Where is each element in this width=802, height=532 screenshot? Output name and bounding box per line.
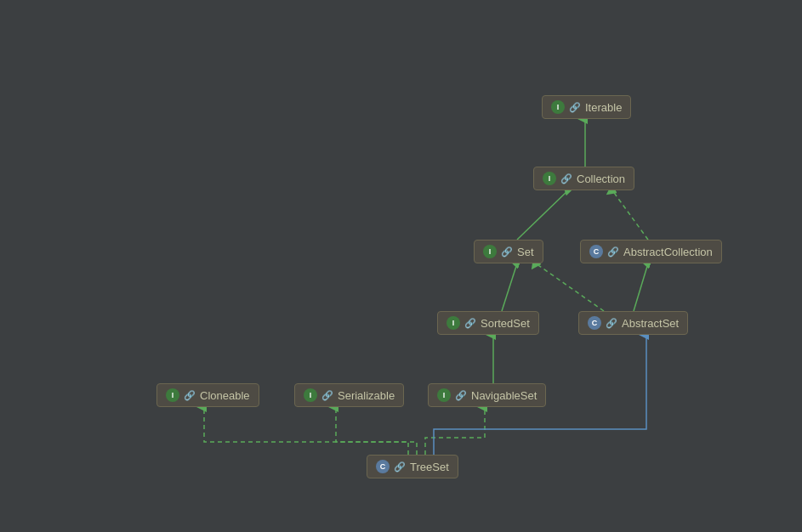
badge-sorted-set: I [447, 316, 460, 330]
badge-abstract-set: C [588, 316, 601, 330]
link-icon-cloneable: 🔗 [184, 390, 196, 401]
node-abstract-set: C 🔗 AbstractSet [578, 311, 688, 335]
badge-collection: I [543, 172, 556, 185]
badge-abstract-collection: C [589, 245, 603, 258]
label-serializable: Serializable [338, 389, 395, 402]
node-navigable-set: I 🔗 NavigableSet [428, 383, 546, 407]
link-icon-serializable: 🔗 [321, 390, 333, 401]
badge-navigable-set: I [437, 388, 451, 402]
label-navigable-set: NavigableSet [471, 389, 537, 402]
node-collection: I 🔗 Collection [533, 167, 634, 190]
link-icon-treeset: 🔗 [394, 461, 406, 473]
badge-cloneable: I [166, 388, 179, 402]
node-sorted-set: I 🔗 SortedSet [437, 311, 539, 335]
node-set: I 🔗 Set [474, 240, 543, 263]
badge-set: I [483, 245, 497, 258]
svg-line-7 [536, 263, 604, 311]
link-icon-set: 🔗 [501, 246, 513, 258]
link-icon-navigable-set: 🔗 [455, 390, 467, 401]
node-iterable: I 🔗 Iterable [542, 95, 631, 119]
svg-line-4 [517, 190, 568, 240]
link-icon-abstract-set: 🔗 [606, 318, 617, 329]
link-icon-iterable: 🔗 [569, 102, 581, 113]
link-icon-sorted-set: 🔗 [464, 318, 476, 329]
label-cloneable: Cloneable [200, 389, 250, 402]
badge-iterable: I [551, 100, 565, 114]
svg-line-5 [612, 190, 648, 240]
link-icon-collection: 🔗 [560, 173, 572, 184]
label-sorted-set: SortedSet [481, 317, 530, 330]
node-treeset: C 🔗 TreeSet [367, 455, 458, 478]
label-abstract-collection: AbstractCollection [623, 246, 713, 258]
label-set: Set [517, 246, 534, 258]
badge-serializable: I [304, 388, 317, 402]
label-iterable: Iterable [585, 101, 622, 114]
link-icon-abstract-collection: 🔗 [607, 246, 619, 258]
svg-line-6 [502, 263, 517, 311]
node-abstract-collection: C 🔗 AbstractCollection [580, 240, 722, 263]
node-cloneable: I 🔗 Cloneable [156, 383, 259, 407]
label-treeset: TreeSet [410, 461, 449, 473]
badge-treeset: C [376, 460, 390, 473]
svg-line-8 [634, 263, 648, 311]
node-serializable: I 🔗 Serializable [294, 383, 404, 407]
label-collection: Collection [577, 173, 625, 185]
label-abstract-set: AbstractSet [622, 317, 679, 330]
